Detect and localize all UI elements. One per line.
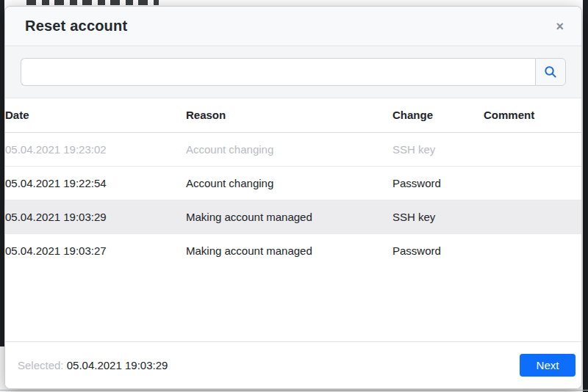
selected-info: Selected: 05.04.2021 19:03:29 [18,359,168,371]
column-header-date: Date [5,98,186,132]
column-header-reason: Reason [186,98,392,132]
cell-change[interactable]: SSH key [392,200,484,233]
dialog-title: Reset account [25,18,127,35]
cell-comment [484,132,581,166]
table-row: 05.04.2021 19:23:02 Account changing SSH… [5,132,581,166]
background-heading-fragment [26,0,159,5]
history-table: Date Reason Change Comment 05.04.2021 19… [5,98,581,267]
search-input[interactable] [21,58,535,86]
reset-account-dialog: Reset account × Date Reason Chan [4,6,582,389]
cell-comment[interactable] [484,200,581,233]
search-section [5,46,581,98]
dialog-footer: Selected: 05.04.2021 19:03:29 Next [5,341,581,388]
cell-change[interactable]: Password [392,233,484,267]
cell-date[interactable]: 05.04.2021 19:03:29 [5,200,186,233]
cell-reason[interactable]: Making account managed [186,233,392,267]
cell-comment[interactable] [484,166,581,200]
table-row-selected[interactable]: 05.04.2021 19:03:29 Making account manag… [5,200,581,233]
cell-change: SSH key [392,132,484,166]
selected-value: 05.04.2021 19:03:29 [67,359,168,371]
close-icon[interactable]: × [551,17,568,36]
table-row[interactable]: 05.04.2021 19:22:54 Account changing Pas… [5,166,581,200]
search-input-group [21,58,566,86]
cell-change[interactable]: Password [392,166,484,200]
dialog-header: Reset account × [5,7,581,46]
background-right-edge [583,0,588,392]
cell-date[interactable]: 05.04.2021 19:22:54 [5,166,186,200]
selected-label: Selected: [18,359,64,371]
cell-reason: Account changing [186,132,392,166]
cell-reason[interactable]: Making account managed [186,200,392,233]
cell-date[interactable]: 05.04.2021 19:03:27 [5,233,186,267]
cell-comment[interactable] [484,233,581,267]
cell-date: 05.04.2021 19:23:02 [5,132,186,166]
table-empty-space [5,267,581,341]
table-row[interactable]: 05.04.2021 19:03:27 Making account manag… [5,233,581,267]
table-header-row: Date Reason Change Comment [5,98,581,132]
column-header-comment: Comment [484,98,581,132]
next-button[interactable]: Next [520,354,576,377]
search-icon [544,65,557,79]
cell-reason[interactable]: Account changing [186,166,392,200]
column-header-change: Change [392,98,484,132]
background-bottom-line [0,390,588,391]
search-button[interactable] [535,58,566,86]
